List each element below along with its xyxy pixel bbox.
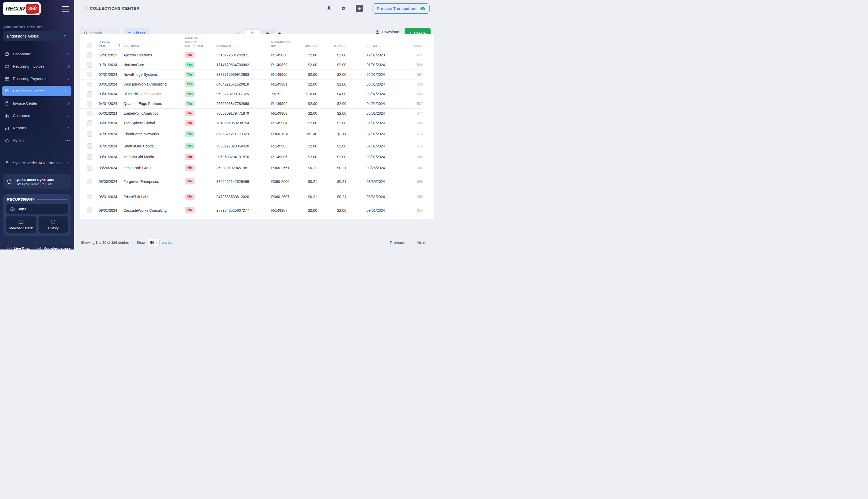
- clock-history-icon: [50, 219, 56, 224]
- autopay-badge: Yes: [185, 62, 194, 68]
- table-row[interactable]: 08/30/2024Forgewell EnterprisesNo3865262…: [80, 174, 434, 189]
- cell-aging: 598: [406, 63, 425, 67]
- autopay-badge: Yes: [185, 131, 194, 137]
- history-button[interactable]: History: [39, 217, 68, 233]
- sidebar-item-customers[interactable]: Customers: [0, 110, 74, 121]
- row-checkbox[interactable]: [87, 154, 92, 160]
- cell-autopay: Yes: [183, 101, 214, 107]
- logo-360-badge: 360 ®: [26, 3, 39, 14]
- table-row[interactable]: 02/01/2024NovaBridge SystemsYes933971503…: [80, 70, 434, 80]
- sidebar-item-sync-maverick-ach-statuses[interactable]: $ Sync Maverick ACH Statuses: [0, 158, 74, 168]
- table-row[interactable]: 08/31/2024PrismShift LabsNo9479833530812…: [80, 189, 434, 204]
- row-checkbox[interactable]: [87, 82, 92, 87]
- sidebar-item-collections-center[interactable]: Collections Center: [2, 86, 71, 96]
- next-page-button[interactable]: Next: [417, 240, 425, 245]
- row-checkbox[interactable]: [87, 91, 92, 97]
- table-row[interactable]: 06/01/2024TitanSphere GlobalNo7018694059…: [80, 118, 434, 128]
- row-checkbox[interactable]: [87, 120, 92, 126]
- sidebar-item-dashboard[interactable]: Dashboard: [0, 49, 74, 59]
- page-size-select[interactable]: 50 ▼: [147, 239, 159, 246]
- row-checkbox[interactable]: [87, 143, 92, 149]
- row-checkbox-cell: [80, 91, 97, 97]
- cell-customer: HorizonCore: [122, 63, 183, 67]
- merchant-track-button[interactable]: Merchant Track: [6, 217, 36, 233]
- table-row[interactable]: 07/01/2024CloudForge NetworksYes86868742…: [80, 128, 434, 140]
- sidebar-item-recurring-invoices[interactable]: Recurring Invoices: [0, 61, 74, 72]
- column-header-quickbooks-inv[interactable]: QUICKBOOKSINV: [269, 34, 295, 50]
- row-checkbox[interactable]: [87, 101, 92, 107]
- cell-aging: 385: [406, 155, 425, 159]
- row-checkbox[interactable]: [87, 72, 92, 77]
- sidebar-item-admin[interactable]: Admin•••: [0, 135, 74, 146]
- download-button[interactable]: Download: [375, 30, 399, 34]
- column-header-recur360-id[interactable]: RECUR360 ID: [214, 34, 269, 50]
- cell-quickbooks_inv: R-149898: [269, 53, 295, 57]
- ellipsis-icon: •••: [66, 138, 71, 143]
- pay-sync-label: Sync: [17, 207, 26, 211]
- cell-amount: $2.00: [295, 101, 319, 106]
- column-header-balance[interactable]: BALANCE: [319, 34, 348, 50]
- cell-balance: $2.00: [319, 111, 348, 115]
- quickbooks-sync-data-button[interactable]: QuickBooks Sync Data Last Sync: 8/21/25 …: [3, 174, 71, 189]
- cell-invoice_date: 01/01/2024: [97, 63, 122, 67]
- column-header-amount[interactable]: AMOUNT: [295, 34, 319, 50]
- sidebar-item-invoice-center[interactable]: Invoice Center: [0, 98, 74, 109]
- recur360-logo[interactable]: RECUR 360 ®: [3, 2, 41, 15]
- sidebar-item-label: Recurring Invoices: [13, 64, 44, 69]
- cell-customer: Forgewell Enterprises: [122, 180, 183, 184]
- table-row[interactable]: 05/01/2024EmberPoint AnalyticsNo75653091…: [80, 109, 434, 118]
- cell-due_date: 08/26/2024: [348, 166, 406, 170]
- table-row[interactable]: 01/01/2024HorizonCoreYes1714579834793982…: [80, 60, 434, 70]
- table-footer: Showing 1 to 50 of 326 entries | Show 50…: [74, 235, 434, 250]
- account-dropdown[interactable]: Brightstone Global: [3, 31, 71, 41]
- table-row[interactable]: 08/26/2024ZenithPath GroupNo359020192945…: [80, 162, 434, 174]
- settings-gear-icon[interactable]: [341, 6, 346, 11]
- table-row[interactable]: 04/01/2024QuantumEdge PartnersYes2550991…: [80, 99, 434, 109]
- cell-aging: 629: [406, 53, 425, 57]
- row-checkbox[interactable]: [87, 131, 92, 137]
- live-chat-button[interactable]: Live Chat: [3, 245, 33, 250]
- pay-sync-button[interactable]: Sync: [6, 204, 68, 214]
- cell-recur360_id: 3516172504242871: [214, 53, 269, 57]
- live-chat-label: Live Chat: [14, 246, 30, 250]
- cell-customer: PrismShift Labs: [122, 195, 183, 199]
- add-new-button[interactable]: +: [356, 5, 363, 12]
- previous-page-button[interactable]: Previous: [390, 240, 405, 245]
- cell-customer: Apexon Solutions: [122, 53, 183, 57]
- table-row[interactable]: 12/01/2023Apexon SolutionsNo351617250424…: [80, 50, 434, 60]
- row-checkbox[interactable]: [87, 208, 92, 213]
- row-checkbox[interactable]: [87, 165, 92, 171]
- row-checkbox[interactable]: [87, 62, 92, 68]
- knowledgebase-button[interactable]: Knowledgebase: [36, 245, 71, 250]
- table-row[interactable]: 03/07/2024BlueOrbit TechnologiesYes96932…: [80, 89, 434, 99]
- table-row[interactable]: 07/01/2024StratusOne CapitalYes799612782…: [80, 140, 434, 152]
- gauge-icon: [4, 52, 10, 57]
- menu-toggle-icon[interactable]: [62, 6, 69, 12]
- cell-customer: VelocityGrid Media: [122, 155, 183, 159]
- row-checkbox[interactable]: [87, 179, 92, 184]
- download-label: Download: [382, 30, 399, 34]
- column-header-aging[interactable]: AGING: [406, 34, 425, 50]
- row-checkbox[interactable]: [87, 52, 92, 58]
- registered-mark: ®: [39, 13, 40, 14]
- select-all-checkbox[interactable]: [87, 43, 92, 48]
- sort-ascending-icon: ↑: [118, 42, 121, 49]
- row-checkbox[interactable]: [87, 194, 92, 199]
- table-row[interactable]: 03/01/2024CascadeWorks ConsultingYes6404…: [80, 80, 434, 89]
- column-header-customer-autopay-authorized[interactable]: CUSTOMERAUTOPAYAUTHORIZED: [183, 34, 214, 50]
- sidebar-item-reports[interactable]: Reports: [0, 123, 74, 133]
- column-header-customer[interactable]: CUSTOMER: [122, 34, 183, 50]
- sidebar-item-recurring-payments[interactable]: Recurring Payments: [0, 73, 74, 84]
- table-row[interactable]: 08/01/2024VelocityGrid MediaNo2068508204…: [80, 152, 434, 162]
- table-row[interactable]: 09/01/2024CascadeWorks ConsultingNo25795…: [80, 204, 434, 217]
- cell-quickbooks_inv: R360-1918: [269, 132, 295, 136]
- notifications-bell-icon[interactable]: [326, 6, 332, 11]
- cell-amount: $2.00: [295, 63, 319, 67]
- column-header-due-date[interactable]: DUE DATE: [348, 34, 406, 50]
- chevron-down-icon: [63, 34, 68, 39]
- process-transactions-button[interactable]: Process Transactions: [372, 3, 429, 14]
- row-checkbox[interactable]: [87, 111, 92, 116]
- column-header-invoice-date[interactable]: INVOICEDATE↑: [97, 34, 122, 50]
- cell-quickbooks_inv: R-149906: [269, 155, 295, 159]
- cell-balance: $2.00: [319, 121, 348, 125]
